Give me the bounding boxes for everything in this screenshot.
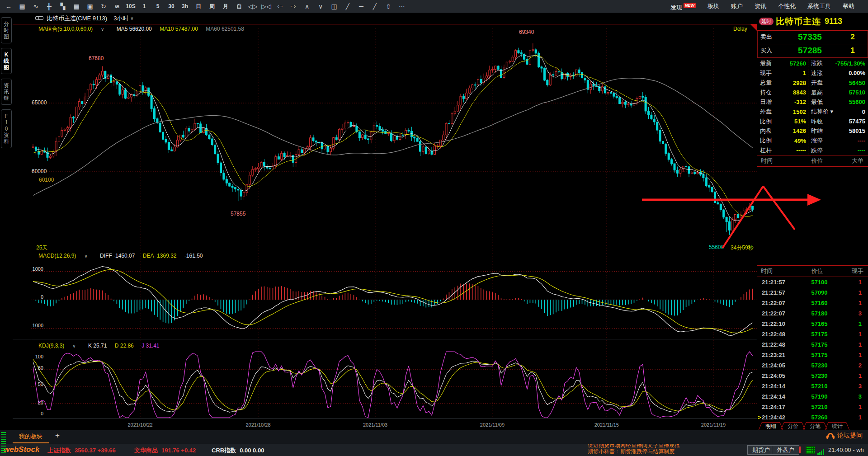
add-board-button[interactable]: + <box>55 431 60 440</box>
sidebar-tab-1[interactable]: 分时图 <box>1 17 12 43</box>
forum-ask-link[interactable]: 论坛提问 <box>826 432 863 440</box>
quote-cell: 持仓8843 <box>757 89 808 97</box>
menu-item-7[interactable]: 帮助 <box>843 0 854 13</box>
sidebar-tab-3[interactable]: 资讯链 <box>1 79 12 105</box>
period-month-button[interactable]: 月 <box>219 0 232 13</box>
contract-name[interactable]: 比特币主连 <box>776 16 821 28</box>
tick-price: 57230 <box>801 372 838 379</box>
chevron-down-icon[interactable]: ∨ <box>130 16 133 21</box>
account-button-1[interactable]: 期货户 <box>747 445 775 455</box>
left-view-tabs: 分时图K线图资讯链F10资料 <box>0 13 13 430</box>
tick-price: 57160 <box>801 300 838 306</box>
new-badge: NEW <box>684 3 696 8</box>
page-right-icon[interactable]: ⇨ <box>287 0 300 13</box>
index-quote-3[interactable]: CRB指数0.00 0.00 <box>212 447 264 455</box>
arrow-tool-icon[interactable]: ⇧ <box>382 0 395 13</box>
compress-bars-icon[interactable]: ▷◁ <box>259 0 273 13</box>
quote-label: 跌停 <box>811 146 823 155</box>
quote-cell: 现手1 <box>757 69 808 77</box>
quote-cell[interactable]: 结算价 ▾0 <box>808 108 868 116</box>
tick-volume: 1 <box>838 320 868 327</box>
index-quote-1[interactable]: 上证指数3560.37 +39.66 <box>47 447 116 455</box>
scroll-down-icon[interactable]: ∨ <box>314 0 327 13</box>
chevron-down-icon[interactable]: ∨ <box>84 254 87 259</box>
tick-row: 21:24:14571903 <box>757 391 868 402</box>
sidebar-tab-4[interactable]: F10资料 <box>1 109 12 148</box>
tick-row: 21:24:05572301 <box>757 371 868 381</box>
thin-trendline-icon[interactable]: ╱ <box>341 0 354 13</box>
sidebar-tab-2[interactable]: K线图 <box>1 48 12 74</box>
tab-my-board[interactable]: 我的板块 <box>13 430 49 443</box>
period-1min-button[interactable]: 1 <box>137 0 151 13</box>
page-left-icon[interactable]: ⇦ <box>273 0 287 13</box>
chart-period[interactable]: 3小时 <box>113 14 128 23</box>
quote-cell: 涨跌-755/1.30% <box>808 59 868 67</box>
dynamic-chart-icon[interactable]: ≋ <box>110 0 124 13</box>
index-name: 上证指数 <box>47 447 71 454</box>
menu-item-6[interactable]: 系统工具 <box>807 0 831 13</box>
layout-icon[interactable]: ◫ <box>327 0 341 13</box>
quote-cell: 内盘1426 <box>757 127 808 135</box>
back-icon[interactable]: ← <box>2 0 15 13</box>
macd-indicator-row: MACD(12,26,9)∨ DIFF -1450.07 DEA -1369.3… <box>38 253 209 259</box>
trendline-icon[interactable]: ╱ <box>368 0 382 13</box>
quote-board-icon[interactable]: ▤ <box>15 0 29 13</box>
chevron-down-icon[interactable]: ∨ <box>101 27 104 32</box>
tick-volume: 1 <box>838 414 868 421</box>
ask-price[interactable]: 57335 <box>782 32 838 42</box>
period-week-button[interactable]: 周 <box>205 0 219 13</box>
index-quote-2[interactable]: 文华商品191.76 +0.42 <box>134 447 196 455</box>
contract-code: 9113 <box>825 17 842 26</box>
bid-price[interactable]: 57285 <box>782 46 838 56</box>
chevron-down-icon[interactable]: ∨ <box>72 343 75 348</box>
panel-tab-3[interactable]: 分笔 <box>806 422 824 430</box>
macd-label[interactable]: MACD(12,26,9) <box>38 253 76 259</box>
bid-qty: 1 <box>838 46 868 55</box>
quote-value: -312 <box>794 99 806 105</box>
save-icon[interactable]: ▣ <box>83 0 97 13</box>
more-tools-icon[interactable]: ⋯ <box>395 0 409 13</box>
current-tick-marker: > <box>758 414 761 421</box>
panel-tab-1[interactable]: 明细 <box>762 422 780 430</box>
tick-price: 57180 <box>801 310 838 317</box>
panel-tab-4[interactable]: 统计 <box>828 422 846 430</box>
tick-list[interactable]: 21:21:5757100121:21:5757090121:22:075716… <box>757 277 868 422</box>
period-5min-button[interactable]: 5 <box>151 0 165 13</box>
kdj-axis-label: 50 <box>25 381 43 387</box>
period-custom-button[interactable]: 自 <box>232 0 246 13</box>
ma-group-label[interactable]: MA组合(5,10,0,0,60,0) <box>38 26 93 32</box>
date-axis-label: 2021/11/09 <box>480 422 505 428</box>
candlestick-icon[interactable]: ╫ <box>42 0 56 13</box>
horizontal-line-icon[interactable]: ─ <box>354 0 368 13</box>
menu-item-4[interactable]: 资讯 <box>755 0 766 13</box>
period-10s-button[interactable]: 10S <box>124 0 137 13</box>
quote-label: 昨结 <box>811 127 823 135</box>
tick-row: 21:22:07571803 <box>757 308 868 319</box>
scroll-up-icon[interactable]: ∧ <box>300 0 314 13</box>
multi-candle-icon[interactable]: ▚ <box>56 0 70 13</box>
menu-item-3[interactable]: 账户 <box>731 0 743 13</box>
refresh-icon[interactable]: ↻ <box>97 0 110 13</box>
panel-tab-2[interactable]: 分价 <box>784 422 802 430</box>
big-order-list-empty <box>757 167 868 265</box>
kdj-axis-label: 80 <box>25 365 43 371</box>
period-day-button[interactable]: 日 <box>192 0 205 13</box>
menu-item-1[interactable]: 发现NEW <box>670 0 696 14</box>
quote-label: 结算价 ▾ <box>811 108 833 116</box>
link-contract-icon[interactable] <box>35 16 43 20</box>
candlestick-chart-svg[interactable] <box>0 0 757 430</box>
quote-grid: 最新57260涨跌-755/1.30%现手1速涨0.00%总量2928开盘564… <box>757 58 868 155</box>
date-axis-label: 2021/11/19 <box>701 422 726 428</box>
account-button-2[interactable]: 外盘户 <box>772 445 799 455</box>
menu-item-5[interactable]: 个性化 <box>778 0 796 13</box>
keyboard-icon[interactable] <box>806 446 815 454</box>
menu-item-2[interactable]: 板块 <box>708 0 719 13</box>
minute-line-icon[interactable]: ∿ <box>29 0 42 13</box>
quote-cell: 跌停---- <box>808 146 868 155</box>
kdj-label[interactable]: KDJ(9,3,3) <box>38 343 64 349</box>
period-30min-button[interactable]: 30 <box>165 0 178 13</box>
ma60-value: MA60 62501.58 <box>206 26 244 32</box>
period-3h-button[interactable]: 3h <box>178 0 192 13</box>
expand-bars-icon[interactable]: ◁▷ <box>246 0 259 13</box>
chart-window-icon[interactable]: ▦ <box>70 0 83 13</box>
